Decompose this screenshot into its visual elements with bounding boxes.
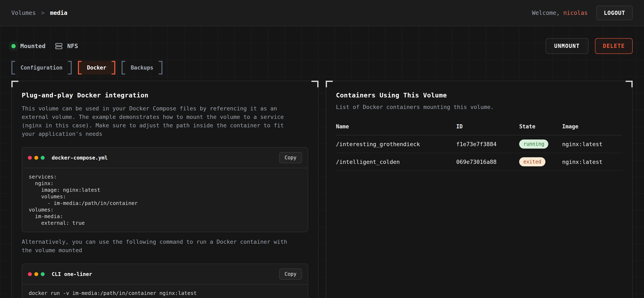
column-header-id: ID — [456, 123, 519, 130]
bracket-left-icon — [122, 61, 125, 74]
unmount-button[interactable]: UNMOUNT — [546, 38, 588, 54]
tab-bar: Configuration Docker Backups — [11, 61, 633, 74]
container-id: f1e73e7f3884 — [456, 141, 519, 147]
tab-configuration[interactable]: Configuration — [11, 61, 72, 74]
cli-block-title: CLI one-liner — [52, 271, 92, 277]
breadcrumb: Volumes > media — [11, 9, 68, 16]
logout-button[interactable]: LOGOUT — [596, 5, 633, 20]
docker-integration-panel: Plug-and-play Docker integration This vo… — [11, 81, 318, 298]
top-bar: Volumes > media Welcome, nicolas LOGOUT — [0, 0, 644, 26]
compose-code-header: docker-compose.yml Copy — [22, 148, 308, 168]
traffic-light-green-icon — [41, 156, 45, 160]
column-header-image: Image — [562, 123, 622, 130]
container-id: 069e73016a88 — [456, 159, 519, 165]
panel-corner-icon — [326, 81, 333, 87]
panel-corner-icon — [11, 81, 18, 87]
bracket-right-icon — [112, 61, 115, 74]
traffic-light-green-icon — [41, 272, 45, 276]
container-name: /interesting_grothendieck — [336, 141, 456, 147]
container-name: /intelligent_colden — [336, 159, 456, 165]
bracket-right-icon — [68, 61, 72, 74]
compose-code-content: services: nginx: image: nginx:latest vol… — [22, 168, 308, 232]
bracket-left-icon — [78, 61, 82, 74]
containers-panel-title: Containers Using This Volume — [336, 91, 622, 99]
tab-label: Docker — [87, 65, 106, 71]
containers-table-header: Name ID State Image — [336, 123, 622, 135]
tab-label: Configuration — [20, 65, 62, 71]
cli-code-header: CLI one-liner Copy — [22, 264, 308, 285]
containers-panel-subtitle: List of Docker containers mounting this … — [336, 104, 622, 110]
server-icon — [55, 42, 62, 50]
panel-corner-icon — [312, 81, 318, 87]
copy-compose-button[interactable]: Copy — [279, 152, 302, 163]
docker-panel-description: This volume can be used in your Docker C… — [22, 104, 296, 138]
volume-actions: UNMOUNT DELETE — [546, 38, 633, 54]
state-badge: exited — [519, 157, 546, 166]
column-header-state: State — [519, 123, 562, 130]
compose-code-block: docker-compose.yml Copy services: nginx:… — [22, 147, 308, 232]
main-content: Mounted NFS UNMOUNT DELETE Configuration — [0, 26, 644, 298]
traffic-light-red-icon — [28, 272, 32, 276]
docker-panel-title: Plug-and-play Docker integration — [22, 91, 308, 99]
top-bar-right: Welcome, nicolas LOGOUT — [532, 5, 633, 20]
cli-code-content: docker run -v im-media:/path/in/containe… — [22, 285, 308, 298]
cli-code-block: CLI one-liner Copy docker run -v im-medi… — [22, 264, 308, 298]
state-badge: running — [519, 140, 548, 149]
container-row: /intelligent_colden 069e73016a88 exited … — [336, 153, 622, 171]
delete-button[interactable]: DELETE — [595, 38, 633, 54]
tab-docker[interactable]: Docker — [78, 61, 116, 74]
driver-label: NFS — [67, 42, 78, 49]
compose-filename: docker-compose.yml — [52, 155, 108, 161]
bracket-left-icon — [11, 61, 15, 74]
mounted-status-dot-icon — [11, 44, 16, 48]
container-row: /interesting_grothendieck f1e73e7f3884 r… — [336, 135, 622, 153]
username: nicolas — [563, 9, 588, 16]
traffic-light-amber-icon — [34, 272, 38, 276]
containers-table: Name ID State Image /interesting_grothen… — [336, 123, 622, 171]
breadcrumb-current-volume: media — [50, 9, 68, 16]
container-state: running — [519, 140, 562, 149]
volume-status-row: Mounted NFS UNMOUNT DELETE — [11, 39, 633, 53]
mounted-status-label: Mounted — [20, 42, 46, 49]
traffic-light-amber-icon — [34, 156, 38, 160]
panels-row: Plug-and-play Docker integration This vo… — [11, 81, 633, 298]
bracket-right-icon — [159, 61, 162, 74]
container-image: nginx:latest — [562, 159, 622, 165]
container-state: exited — [519, 157, 562, 166]
tab-label: Backups — [130, 65, 153, 71]
tab-backups[interactable]: Backups — [122, 61, 162, 74]
column-header-name: Name — [336, 123, 456, 130]
containers-panel: Containers Using This Volume List of Doc… — [326, 81, 633, 298]
welcome-text: Welcome, nicolas — [532, 9, 588, 16]
volume-status: Mounted NFS — [11, 42, 78, 50]
traffic-light-red-icon — [28, 156, 32, 160]
container-image: nginx:latest — [562, 141, 622, 147]
welcome-prefix: Welcome, — [532, 9, 560, 16]
cli-intro-text: Alternatively, you can use the following… — [22, 238, 296, 255]
breadcrumb-volumes-link[interactable]: Volumes — [11, 9, 36, 16]
breadcrumb-separator-icon: > — [41, 9, 45, 16]
panel-corner-icon — [626, 81, 633, 87]
copy-cli-button[interactable]: Copy — [279, 269, 302, 280]
